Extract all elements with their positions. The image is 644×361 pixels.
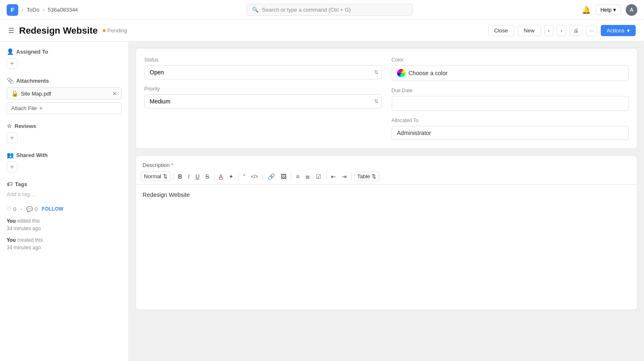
color-placeholder-text: Choose a color xyxy=(409,70,448,76)
attachment-filename: Site Map.pdf xyxy=(21,91,51,97)
content-area: 👤 Assigned To + 📎 Attachments 🔒 Site Map… xyxy=(0,42,644,361)
follow-button[interactable]: FOLLOW xyxy=(42,206,63,212)
color-label: Color xyxy=(392,57,629,63)
tag-icon: 🏷 xyxy=(7,181,12,187)
new-button[interactable]: New xyxy=(518,25,541,36)
sidebar: 👤 Assigned To + 📎 Attachments 🔒 Site Map… xyxy=(0,42,129,361)
add-tag-text[interactable]: Add a tag ... xyxy=(7,191,36,197)
unordered-list-button[interactable]: ≣ xyxy=(303,172,312,181)
attachment-remove-button[interactable]: ✕ xyxy=(112,90,117,97)
link-button[interactable]: 🔗 xyxy=(266,172,277,181)
close-button[interactable]: Close xyxy=(488,25,514,36)
sidebar-toggle-icon[interactable]: ☰ xyxy=(8,27,14,34)
status-select[interactable]: Open Closed Pending xyxy=(144,65,382,79)
blockquote-button[interactable]: " xyxy=(241,172,247,181)
color-group: Color Choose a color xyxy=(392,57,629,81)
toolbar-divider-2 xyxy=(214,173,214,180)
bold-button[interactable]: B xyxy=(176,172,184,181)
form-left: Status Open Closed Pending ⇅ xyxy=(144,57,382,140)
breadcrumb-sep-2: › xyxy=(43,7,44,13)
activity-time-0: 34 minutes ago xyxy=(7,226,41,231)
strikethrough-button[interactable]: S xyxy=(203,172,211,181)
font-color-button[interactable]: A xyxy=(217,172,225,181)
heart-icon: ♡ xyxy=(7,206,12,212)
text-style-select[interactable]: Normal ⇅ xyxy=(141,172,170,181)
editor-content: Redesign Website xyxy=(143,192,630,198)
due-date-group: Due Date xyxy=(392,88,629,111)
star-icon: ☆ xyxy=(7,123,12,129)
shared-icon: 👥 xyxy=(7,152,14,158)
italic-button[interactable]: I xyxy=(186,172,192,181)
image-button[interactable]: 🖼 xyxy=(279,172,289,181)
reviews-section: ☆ Reviews + xyxy=(7,123,122,143)
toolbar-divider-4 xyxy=(263,173,263,180)
allocated-to-label: Allocated To xyxy=(392,118,629,123)
due-date-input[interactable] xyxy=(392,96,629,111)
help-button[interactable]: Help ▾ xyxy=(596,5,621,15)
priority-select[interactable]: Medium Low High xyxy=(144,94,382,108)
table-select[interactable]: Table ⇅ xyxy=(354,172,379,181)
tags-title: 🏷 Tags xyxy=(7,181,122,187)
actions-button[interactable]: Actions ▾ xyxy=(601,25,636,36)
activity-item-0: You edited this 34 minutes ago xyxy=(7,217,122,232)
next-button[interactable]: › xyxy=(557,25,566,36)
status-dot-icon xyxy=(103,29,106,32)
notifications-icon[interactable]: 🔔 xyxy=(582,5,591,15)
activity-action-0: edited this xyxy=(17,218,40,224)
navbar: F › ToDo › 536a083344 🔍 Search or type a… xyxy=(0,0,644,20)
highlight-button[interactable]: ✦ xyxy=(227,172,236,181)
search-bar-container[interactable]: 🔍 Search or type a command (Ctrl + G) xyxy=(247,4,413,16)
likes-count: 0 xyxy=(13,206,16,212)
editor-body[interactable]: Redesign Website xyxy=(136,185,637,309)
toolbar-divider-5 xyxy=(291,173,291,180)
avatar[interactable]: A xyxy=(626,4,637,16)
add-review-button[interactable]: + xyxy=(7,133,17,143)
comments-count: 0 xyxy=(35,206,37,212)
app-logo[interactable]: F xyxy=(7,4,18,16)
color-picker[interactable]: Choose a color xyxy=(392,65,629,81)
toolbar-divider-3 xyxy=(238,173,239,180)
more-options-button[interactable]: ··· xyxy=(586,25,598,36)
navbar-left: F › ToDo › 536a083344 xyxy=(7,4,78,16)
checklist-button[interactable]: ☑ xyxy=(314,172,323,181)
add-assigned-button[interactable]: + xyxy=(7,58,17,69)
help-chevron-icon: ▾ xyxy=(613,7,616,13)
sidebar-stats: ♡ 0 · 💬 0 FOLLOW xyxy=(7,206,122,212)
comment-icon: 💬 xyxy=(26,206,33,212)
activity-list: You edited this 34 minutes ago You creat… xyxy=(7,217,122,251)
search-icon: 🔍 xyxy=(252,7,259,13)
priority-group: Priority Medium Low High ⇅ xyxy=(144,86,382,108)
indent-button[interactable]: ⇥ xyxy=(340,172,349,181)
breadcrumb-todo[interactable]: ToDo xyxy=(27,7,39,13)
user-icon: 👤 xyxy=(7,48,14,55)
prev-button[interactable]: ‹ xyxy=(544,25,553,36)
status-group: Status Open Closed Pending ⇅ xyxy=(144,57,382,79)
assigned-to-section: 👤 Assigned To + xyxy=(7,48,122,69)
activity-user-0: You xyxy=(7,218,16,224)
actions-chevron-icon: ▾ xyxy=(627,27,630,34)
ordered-list-button[interactable]: ≡ xyxy=(294,172,301,181)
breadcrumb-id[interactable]: 536a083344 xyxy=(48,7,78,13)
main-content: Status Open Closed Pending ⇅ xyxy=(129,42,644,361)
status-label: Status xyxy=(144,57,382,63)
add-shared-button[interactable]: + xyxy=(7,162,17,172)
paperclip-icon: 📎 xyxy=(7,77,14,84)
activity-user-1: You xyxy=(7,237,16,243)
table-label: Table xyxy=(357,173,370,179)
stat-separator: · xyxy=(20,206,22,212)
form-card: Status Open Closed Pending ⇅ xyxy=(136,48,637,149)
page-title: Redesign Website xyxy=(19,25,98,36)
text-style-arrow-icon: ⇅ xyxy=(163,173,168,179)
underline-button[interactable]: U xyxy=(193,172,202,181)
assigned-to-label: Assigned To xyxy=(16,49,48,55)
code-button[interactable]: </> xyxy=(249,172,260,181)
page-header: ☰ Redesign Website Pending Close New ‹ ›… xyxy=(0,20,644,42)
breadcrumb-sep-1: › xyxy=(22,7,23,13)
outdent-button[interactable]: ⇤ xyxy=(329,172,338,181)
attach-file-button[interactable]: Attach File + xyxy=(7,102,122,114)
allocated-to-group: Allocated To Administrator xyxy=(392,118,629,140)
search-bar[interactable]: 🔍 Search or type a command (Ctrl + G) xyxy=(247,4,413,16)
print-button[interactable]: 🖨 xyxy=(570,25,582,36)
attach-file-plus-icon: + xyxy=(39,105,42,111)
table-arrow-icon: ⇅ xyxy=(372,173,376,179)
